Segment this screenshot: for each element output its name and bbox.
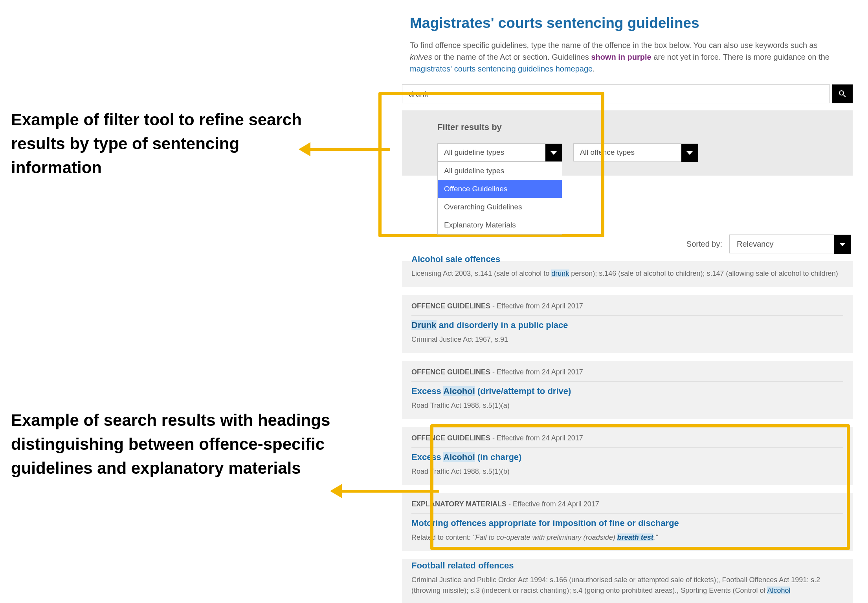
category-label: EXPLANATORY MATERIALS: [411, 500, 506, 508]
chevron-down-icon: [681, 144, 698, 162]
desc-seg: "Fail to co-operate with preliminary (ro…: [473, 533, 617, 541]
annotation-text-results: Example of search results with headings …: [11, 409, 333, 480]
search-highlight: Alcohol: [443, 452, 475, 462]
result-meta: OFFENCE GUIDELINES - Effective from 24 A…: [411, 368, 843, 381]
dropdown-option[interactable]: Explanatory Materials: [438, 216, 562, 234]
result-title-link[interactable]: Drunk and disorderly in a public place: [411, 320, 843, 330]
title-text: Excess: [411, 452, 443, 462]
select-value: All guideline types: [444, 148, 504, 157]
search-icon: [838, 89, 847, 99]
search-highlight: breath test: [617, 533, 653, 541]
annotation-text-filter: Example of filter tool to refine search …: [11, 108, 333, 180]
result-title-link[interactable]: Football related offences: [411, 561, 843, 571]
desc-seg: Related to content:: [411, 533, 473, 541]
search-highlight: Drunk: [411, 320, 437, 330]
result-description: Licensing Act 2003, s.141 (sale of alcoh…: [411, 268, 843, 279]
desc-seg: person); s.146 (sale of alcohol to child…: [569, 269, 838, 277]
sort-select[interactable]: Relevancy: [729, 235, 851, 253]
guideline-type-dropdown: All guideline types Offence Guidelines O…: [437, 161, 562, 235]
title-text: and disorderly in a public place: [437, 320, 568, 330]
result-meta: EXPLANATORY MATERIALS - Effective from 2…: [411, 500, 843, 513]
search-highlight: Alcohol: [443, 386, 475, 396]
filter-title: Filter results by: [437, 122, 817, 132]
intro-purple: shown in purple: [591, 53, 651, 61]
effective-date: - Effective from 24 April 2017: [506, 500, 599, 508]
desc-seg: Licensing Act 2003, s.141 (sale of alcoh…: [411, 269, 551, 277]
page-title: Magistrates' courts sentencing guideline…: [410, 15, 853, 31]
effective-date: - Effective from 24 April 2017: [490, 302, 583, 310]
filter-panel: Filter results by All guideline types Al…: [402, 110, 853, 176]
select-value: Relevancy: [737, 240, 773, 249]
search-highlight: Alcohol: [767, 587, 790, 594]
title-text: (drive/attempt to drive): [475, 386, 571, 396]
intro-seg: or the name of the Act or section. Guide…: [432, 53, 591, 61]
result-description: Criminal Justice and Public Order Act 19…: [411, 575, 843, 595]
result-card: OFFENCE GUIDELINES - Effective from 24 A…: [402, 295, 853, 353]
dropdown-option[interactable]: All guideline types: [438, 162, 562, 180]
title-text: Motoring offences appropriate for imposi…: [411, 518, 679, 528]
intro-seg: .: [593, 64, 595, 73]
title-text: Excess: [411, 386, 443, 396]
chevron-down-icon: [834, 235, 851, 254]
guidelines-homepage-link[interactable]: magistrates' courts sentencing guideline…: [410, 64, 593, 73]
guideline-type-select[interactable]: All guideline types All guideline types …: [437, 143, 562, 161]
result-meta: OFFENCE GUIDELINES - Effective from 24 A…: [411, 302, 843, 315]
search-row: [402, 84, 853, 103]
category-label: OFFENCE GUIDELINES: [411, 302, 490, 310]
intro-seg: To find offence specific guidelines, typ…: [410, 41, 818, 49]
effective-date: - Effective from 24 April 2017: [490, 368, 583, 376]
title-text: (in charge): [475, 452, 522, 462]
result-card: OFFENCE GUIDELINES - Effective from 24 A…: [402, 427, 853, 485]
guidelines-page: Magistrates' courts sentencing guideline…: [399, 15, 853, 603]
result-description: Related to content: "Fail to co-operate …: [411, 532, 843, 543]
title-text: Alcohol sale offences: [411, 254, 500, 264]
result-meta: OFFENCE GUIDELINES - Effective from 24 A…: [411, 434, 843, 447]
dropdown-option[interactable]: Overarching Guidelines: [438, 198, 562, 216]
dropdown-option[interactable]: Offence Guidelines: [438, 180, 562, 198]
result-card: OFFENCE GUIDELINES - Effective from 24 A…: [402, 361, 853, 419]
result-title-link[interactable]: Motoring offences appropriate for imposi…: [411, 518, 843, 528]
intro-text: To find offence specific guidelines, typ…: [410, 39, 837, 75]
search-highlight: drunk: [551, 269, 569, 277]
result-description: Criminal Justice Act 1967, s.91: [411, 334, 843, 345]
result-card: Alcohol sale offences Licensing Act 2003…: [402, 261, 853, 287]
results-list: Alcohol sale offences Licensing Act 2003…: [402, 261, 853, 603]
title-text: Football related offences: [411, 561, 514, 570]
offence-type-select[interactable]: All offence types: [573, 143, 698, 161]
result-description: Road Traffic Act 1988, s.5(1)(a): [411, 400, 843, 411]
result-card: EXPLANATORY MATERIALS - Effective from 2…: [402, 493, 853, 551]
result-description: Road Traffic Act 1988, s.5(1)(b): [411, 466, 843, 477]
search-input[interactable]: [402, 84, 830, 103]
category-label: OFFENCE GUIDELINES: [411, 434, 490, 442]
intro-knives: knives: [410, 53, 432, 61]
result-title-link[interactable]: Excess Alcohol (in charge): [411, 452, 843, 462]
intro-seg: are not yet in force. There is more guid…: [651, 53, 829, 61]
result-card: Football related offences Criminal Justi…: [402, 559, 853, 603]
result-title-link[interactable]: Excess Alcohol (drive/attempt to drive): [411, 386, 843, 396]
desc-seg: .": [653, 533, 658, 541]
search-button[interactable]: [832, 84, 853, 103]
select-value: All offence types: [580, 148, 635, 157]
effective-date: - Effective from 24 April 2017: [490, 434, 583, 442]
chevron-down-icon: [545, 144, 562, 162]
result-title-link[interactable]: Alcohol sale offences: [411, 254, 843, 264]
sort-row: Sorted by: Relevancy: [402, 235, 853, 253]
sort-label: Sorted by:: [686, 240, 722, 249]
category-label: OFFENCE GUIDELINES: [411, 368, 490, 376]
desc-seg: Criminal Justice and Public Order Act 19…: [411, 576, 820, 594]
